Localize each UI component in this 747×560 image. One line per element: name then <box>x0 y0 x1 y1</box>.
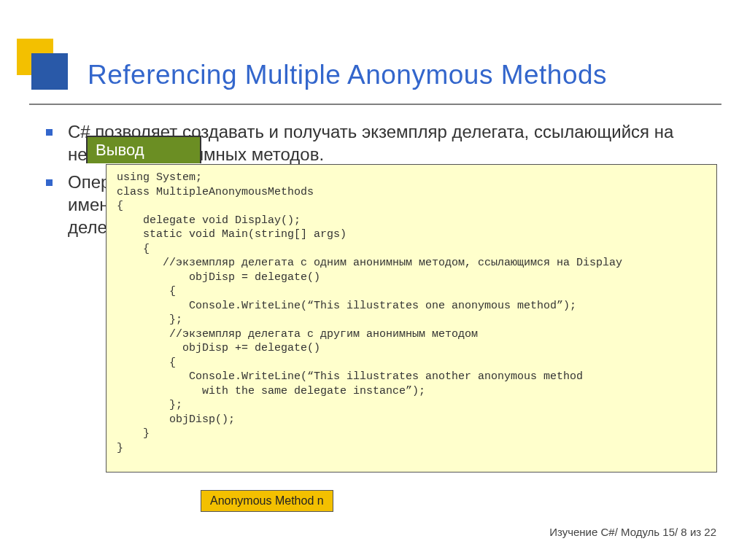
footer-text: Изучение C#/ Модуль 15/ 8 из 22 <box>549 526 716 538</box>
slide-container: Referencing Multiple Anonymous Methods C… <box>0 0 747 560</box>
accent-decorator <box>17 39 68 90</box>
title-underline <box>29 104 721 105</box>
output-tab: Вывод <box>86 136 201 163</box>
accent-blue-square <box>31 53 68 90</box>
code-snippet: using System; class MultipleAnonymousMet… <box>106 164 717 472</box>
slide-title-container: Referencing Multiple Anonymous Methods <box>88 60 725 90</box>
output-tab-label: Вывод <box>96 141 144 159</box>
diagram-caption-box: Anonymous Method n <box>201 490 333 512</box>
slide-title: Referencing Multiple Anonymous Methods <box>88 60 725 90</box>
diagram-caption-label: Anonymous Method n <box>210 494 324 507</box>
